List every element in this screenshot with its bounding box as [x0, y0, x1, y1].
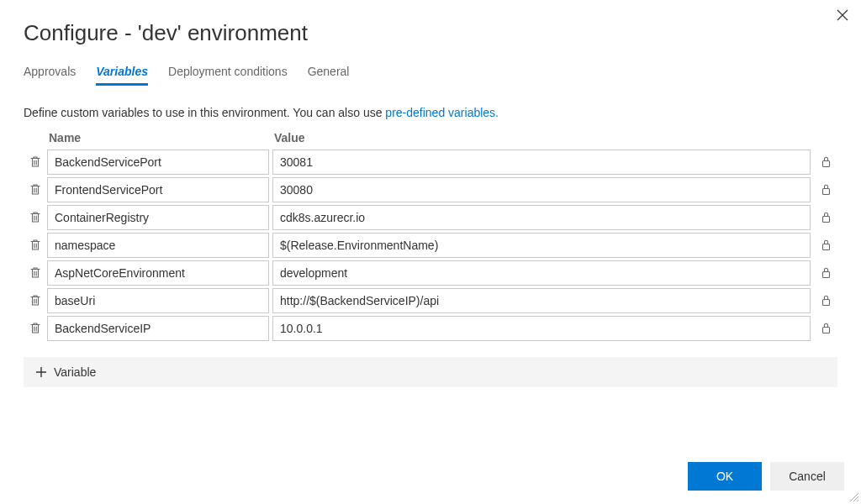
- lock-icon: [821, 239, 832, 251]
- variable-value-input[interactable]: [272, 177, 811, 202]
- header-value: Value: [269, 131, 814, 144]
- table-headers: Name Value: [24, 131, 837, 144]
- lock-icon: [821, 294, 832, 307]
- lock-icon: [821, 266, 832, 279]
- variable-row: [24, 148, 837, 176]
- cancel-button[interactable]: Cancel: [770, 462, 844, 491]
- variable-row: [24, 314, 837, 342]
- delete-variable-button[interactable]: [24, 183, 47, 196]
- tab-variables[interactable]: Variables: [96, 65, 148, 86]
- lock-variable-button[interactable]: [814, 155, 837, 168]
- variable-value-input[interactable]: [272, 288, 811, 313]
- add-variable-button[interactable]: Variable: [24, 357, 837, 387]
- variable-name-input[interactable]: [47, 150, 269, 175]
- svg-rect-6: [822, 328, 829, 333]
- variable-row: [24, 176, 837, 203]
- description-text: Define custom variables to use in this e…: [24, 106, 837, 119]
- dialog-footer: OK Cancel: [688, 462, 844, 491]
- dialog-title: Configure - 'dev' environment: [24, 20, 837, 46]
- trash-icon: [29, 211, 41, 223]
- delete-variable-button[interactable]: [24, 239, 47, 251]
- predefined-variables-link[interactable]: pre-defined variables.: [385, 106, 499, 119]
- tab-deployment-conditions[interactable]: Deployment conditions: [168, 65, 288, 86]
- variable-row: [24, 286, 837, 314]
- svg-rect-4: [822, 272, 829, 278]
- svg-rect-3: [822, 244, 829, 250]
- variable-value-input[interactable]: [272, 205, 811, 230]
- variable-name-input[interactable]: [47, 260, 269, 286]
- variable-name-input[interactable]: [47, 177, 269, 202]
- lock-variable-button[interactable]: [814, 183, 837, 196]
- lock-icon: [821, 155, 832, 168]
- lock-icon: [821, 183, 832, 196]
- variable-row: [24, 203, 837, 231]
- tab-general[interactable]: General: [308, 65, 350, 86]
- delete-variable-button[interactable]: [24, 294, 47, 307]
- ok-button[interactable]: OK: [688, 462, 762, 491]
- close-button[interactable]: [836, 8, 849, 22]
- tab-approvals[interactable]: Approvals: [24, 65, 76, 86]
- description-pre: Define custom variables to use in this e…: [24, 106, 385, 119]
- trash-icon: [29, 155, 41, 168]
- variable-value-input[interactable]: [272, 260, 811, 286]
- variable-name-input[interactable]: [47, 233, 269, 258]
- variable-name-input[interactable]: [47, 316, 269, 341]
- lock-variable-button[interactable]: [814, 322, 837, 334]
- variables-table: Name Value: [24, 131, 837, 342]
- lock-icon: [821, 322, 832, 334]
- variable-value-input[interactable]: [272, 233, 811, 258]
- plus-icon: [35, 366, 47, 378]
- variable-value-input[interactable]: [272, 150, 811, 175]
- svg-rect-1: [822, 189, 829, 195]
- svg-rect-0: [822, 161, 829, 167]
- add-variable-label: Variable: [54, 365, 96, 379]
- configure-environment-dialog: Configure - 'dev' environment Approvals …: [0, 0, 861, 504]
- resize-handle[interactable]: [848, 491, 859, 502]
- variable-name-input[interactable]: [47, 205, 269, 230]
- lock-variable-button[interactable]: [814, 294, 837, 307]
- table-body: [24, 148, 837, 342]
- trash-icon: [29, 322, 41, 334]
- close-icon: [836, 8, 849, 22]
- variable-name-input[interactable]: [47, 288, 269, 313]
- trash-icon: [29, 294, 41, 307]
- delete-variable-button[interactable]: [24, 266, 47, 279]
- lock-icon: [821, 211, 832, 223]
- resize-icon: [848, 491, 859, 502]
- tab-bar: Approvals Variables Deployment condition…: [24, 65, 837, 86]
- lock-variable-button[interactable]: [814, 211, 837, 223]
- header-name: Name: [47, 131, 269, 144]
- lock-variable-button[interactable]: [814, 266, 837, 279]
- delete-variable-button[interactable]: [24, 211, 47, 223]
- svg-rect-5: [822, 300, 829, 306]
- variable-value-input[interactable]: [272, 316, 811, 341]
- variable-row: [24, 231, 837, 259]
- svg-rect-2: [822, 217, 829, 223]
- lock-variable-button[interactable]: [814, 239, 837, 251]
- delete-variable-button[interactable]: [24, 155, 47, 168]
- trash-icon: [29, 266, 41, 279]
- trash-icon: [29, 183, 41, 196]
- trash-icon: [29, 239, 41, 251]
- variable-row: [24, 259, 837, 286]
- delete-variable-button[interactable]: [24, 322, 47, 334]
